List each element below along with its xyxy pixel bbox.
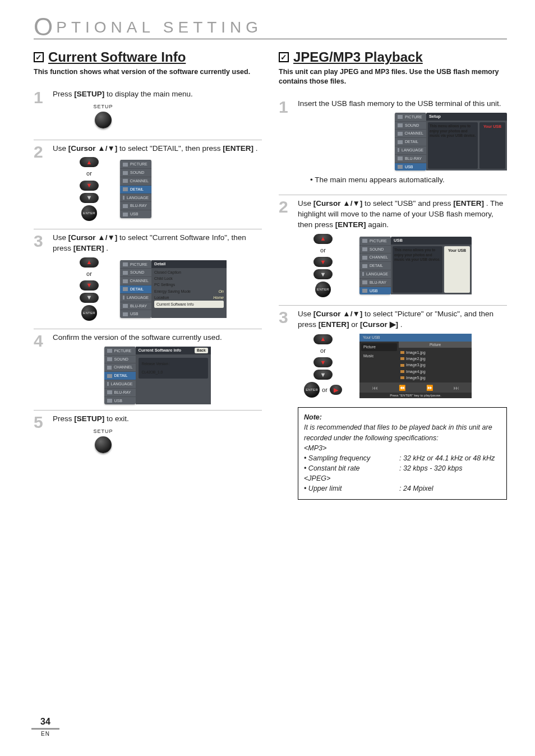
- section-subtitle-right: This unit can play JPEG and MP3 files. U…: [279, 67, 507, 86]
- enter-button-icon: ENTER: [81, 205, 97, 221]
- step-3-right: 3 Use [Cursor ▲/▼] to select "Picture" o…: [279, 305, 507, 500]
- page-title: O PTIONAL SETTING: [34, 17, 507, 39]
- step-1-left: 1 Press [SETUP] to display the main menu…: [34, 89, 262, 133]
- note-box: Note: It is recommended that files to be…: [298, 407, 507, 500]
- file-browser-panel: Your USB Picture Music Picture Image1.jp…: [359, 334, 472, 398]
- step-number: 4: [34, 333, 47, 404]
- checkbox-icon: ✓: [34, 52, 44, 62]
- step-1-right: 1 Insert the USB flash memory to the USB…: [279, 99, 507, 189]
- section-title-left: Current Software Info: [48, 49, 186, 65]
- step-5-left: 5 Press [SETUP] to exit. SETUP: [34, 410, 262, 458]
- step-2-left: 2 Use [Cursor ▲/▼] to select "DETAIL", t…: [34, 140, 262, 223]
- osd-usb-panel: PICTURE SOUND CHANNEL DETAIL LANGUAGE BL…: [359, 237, 472, 295]
- section-title-right: JPEG/MP3 Playback: [293, 49, 423, 65]
- step-4-left: 4 Confirm the version of the software cu…: [34, 329, 262, 404]
- osd-menu-list: PICTURE SOUND CHANNEL DETAIL LANGUAGE BL…: [120, 160, 151, 218]
- checkbox-icon: ✓: [279, 52, 289, 62]
- left-column: ✓ Current Software Info This function sh…: [34, 49, 262, 500]
- cursor-pad-icon: ▲ or ▼ ▼ ENTER: [70, 157, 109, 220]
- step-2-right: 2 Use [Cursor ▲/▼] to select "USB" and p…: [279, 195, 507, 299]
- osd-setup-panel: PICTURE SOUND CHANNEL DETAIL LANGUAGE BL…: [395, 113, 507, 171]
- cursor-pad-icon: ▲ or ▼ ▼ ENTER: [70, 257, 109, 321]
- section-subtitle-left: This function shows what version of the …: [34, 67, 262, 77]
- right-column: ✓ JPEG/MP3 Playback This unit can play J…: [279, 49, 507, 500]
- title-initial: O: [34, 17, 57, 36]
- step-number: 5: [34, 414, 47, 458]
- cursor-pad-icon: ▲ or ▼ ▼ ENTER: [303, 234, 343, 297]
- page-lang: EN: [31, 731, 59, 737]
- step-3-left: 3 Use [Cursor ▲/▼] to select "Current So…: [34, 229, 262, 323]
- step-number: 2: [34, 144, 47, 223]
- bullet-note: • The main menu appears automatically.: [310, 175, 507, 186]
- osd-software-info-panel: PICTURE SOUND CHANNEL DETAIL LANGUAGE BL…: [104, 347, 211, 405]
- cursor-pad-icon: ▲ or ▼ ▼ ENTER or ▶: [303, 334, 343, 398]
- setup-button-icon: [95, 112, 112, 128]
- step-number: 3: [34, 233, 47, 323]
- playback-controls-icon: ⏮⏪⏩⏭: [359, 382, 472, 393]
- title-rest: PTIONAL SETTING: [56, 19, 262, 36]
- page-number: 34: [31, 717, 59, 730]
- setup-button-icon: [95, 436, 112, 453]
- osd-detail-panel: PICTURE SOUND CHANNEL DETAIL LANGUAGE BL…: [120, 260, 227, 319]
- setup-button-label: SETUP: [81, 103, 126, 110]
- page-footer: 34 EN: [31, 717, 59, 737]
- step-number: 1: [34, 89, 47, 133]
